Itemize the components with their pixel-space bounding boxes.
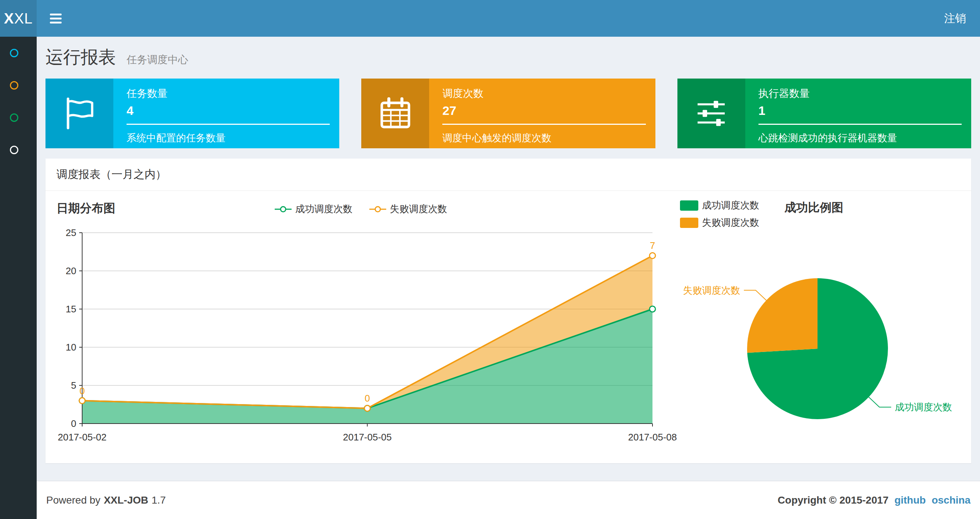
- page-title: 运行报表 任务调度中心: [46, 46, 971, 69]
- app-version: 1.7: [151, 494, 166, 506]
- y-axis-label: 10: [66, 342, 76, 353]
- stat-description: 心跳检测成功的执行器机器数量: [759, 131, 962, 145]
- line-chart: 05101520252017-05-022017-05-052017-05-08…: [46, 222, 695, 460]
- sidebar-item-2[interactable]: [0, 69, 37, 101]
- data-point-marker: [649, 306, 655, 312]
- sidebar-item-4[interactable]: [0, 134, 37, 166]
- data-point-marker: [79, 398, 85, 404]
- stat-description: 调度中心触发的调度次数: [442, 131, 646, 145]
- pie-chart-region: 成功调度次数 失败调度次数 成功比例图 成功调度次数失败调度次数: [676, 191, 971, 463]
- logo-text: XL: [14, 10, 33, 27]
- info-box: 执行器数量 1 心跳检测成功的执行器机器数量: [678, 78, 971, 148]
- divider: [442, 124, 646, 125]
- calendar-icon: [361, 78, 429, 148]
- sidebar-item-1[interactable]: [0, 37, 37, 69]
- copyright-text: Copyright © 2015-2017: [778, 494, 888, 506]
- y-axis-label: 15: [66, 303, 76, 315]
- divider: [127, 124, 330, 125]
- sliders-icon: [678, 78, 745, 148]
- legend-swatch-success: [680, 200, 698, 211]
- legend-label: 失败调度次数: [390, 203, 447, 216]
- info-box: 调度次数 27 调度中心触发的调度次数: [361, 78, 655, 148]
- stat-value: 1: [759, 104, 962, 118]
- app-logo[interactable]: XXL: [0, 0, 37, 37]
- stat-description: 系统中配置的任务数量: [127, 131, 330, 145]
- pie-label: 成功调度次数: [895, 402, 952, 412]
- panel-title: 调度报表（一月之内）: [46, 158, 971, 191]
- report-panel: 调度报表（一月之内） 日期分布图 成功调度次数: [46, 158, 971, 463]
- pie-chart: 成功调度次数失败调度次数: [676, 217, 971, 459]
- circle-icon: [10, 81, 18, 89]
- panel-body: 日期分布图 成功调度次数 失败调度次数: [46, 191, 971, 463]
- sidebar-toggle-button[interactable]: [46, 10, 65, 27]
- data-point-marker: [364, 405, 371, 411]
- flag-icon: [46, 78, 113, 148]
- point-label: 7: [650, 240, 655, 251]
- navbar-main: 注销: [37, 0, 980, 37]
- legend-label: 成功调度次数: [702, 199, 759, 212]
- pie-label-line: [744, 290, 766, 300]
- line-legend-marker-icon: [275, 206, 291, 212]
- line-chart-legend: 成功调度次数 失败调度次数: [46, 203, 676, 216]
- info-box: 任务数量 4 系统中配置的任务数量: [46, 78, 339, 148]
- legend-item-fail[interactable]: 失败调度次数: [369, 203, 447, 216]
- page-subtitle: 任务调度中心: [127, 54, 188, 65]
- copyright-area: Copyright © 2015-2017 github oschina: [778, 494, 970, 506]
- oschina-link[interactable]: oschina: [932, 494, 970, 506]
- legend-label: 成功调度次数: [295, 203, 352, 216]
- x-axis-label: 2017-05-08: [628, 432, 677, 443]
- app-name: XXL-JOB: [104, 494, 148, 506]
- x-axis-label: 2017-05-05: [343, 432, 392, 443]
- stat-boxes-row: 任务数量 4 系统中配置的任务数量: [46, 78, 971, 148]
- pie-chart-title: 成功比例图: [784, 200, 843, 216]
- logout-link[interactable]: 注销: [944, 11, 966, 26]
- sidebar-item-3[interactable]: [0, 101, 37, 134]
- point-label: 0: [364, 393, 370, 404]
- stat-title: 执行器数量: [759, 86, 962, 101]
- logo-text-bold: X: [4, 10, 14, 27]
- data-point-marker: [649, 252, 655, 259]
- pie-slice: [747, 278, 818, 353]
- point-label: 0: [80, 385, 85, 396]
- pie-label-line: [869, 397, 891, 407]
- y-axis-label: 5: [71, 380, 76, 391]
- y-axis-label: 0: [71, 418, 76, 429]
- pie-legend-item[interactable]: 成功调度次数: [680, 199, 759, 212]
- stat-title: 调度次数: [442, 86, 646, 101]
- line-chart-region: 日期分布图 成功调度次数 失败调度次数: [46, 191, 676, 463]
- x-axis-label: 2017-05-02: [58, 432, 107, 443]
- powered-by: Powered by XXL-JOB 1.7: [46, 494, 166, 506]
- y-axis-label: 20: [66, 265, 76, 276]
- sidebar-menu: [0, 37, 37, 519]
- main-content: 运行报表 任务调度中心 任务数量 4 系统中配置的任务数量: [37, 37, 980, 463]
- content-header: 运行报表 任务调度中心: [37, 37, 980, 69]
- github-link[interactable]: github: [894, 494, 926, 506]
- stat-title: 任务数量: [127, 86, 330, 101]
- y-axis-label: 25: [66, 227, 76, 238]
- page-footer: Powered by XXL-JOB 1.7 Copyright © 2015-…: [37, 481, 980, 519]
- top-navbar: XXL 注销: [0, 0, 980, 37]
- legend-item-success[interactable]: 成功调度次数: [275, 203, 352, 216]
- circle-icon: [10, 146, 18, 154]
- line-legend-marker-icon: [369, 206, 386, 212]
- circle-icon: [10, 49, 18, 57]
- circle-icon: [10, 113, 18, 122]
- stat-value: 4: [127, 104, 330, 118]
- divider: [759, 124, 962, 125]
- hamburger-icon: [50, 14, 62, 15]
- pie-label: 失败调度次数: [683, 285, 740, 296]
- stat-value: 27: [442, 104, 646, 118]
